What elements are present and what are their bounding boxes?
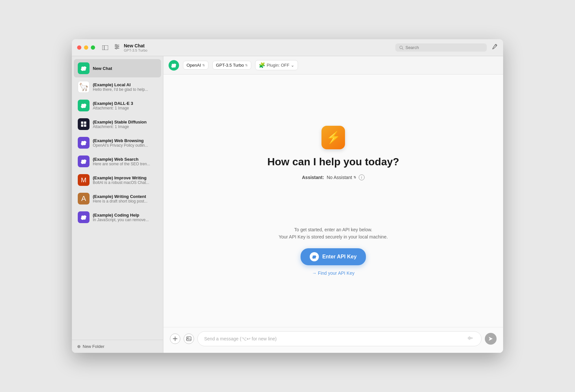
- sidebar-item-web-browse[interactable]: (Example) Web Browsing OpenAI's Privacy …: [74, 134, 161, 152]
- maximize-button[interactable]: [91, 45, 95, 50]
- folder-plus-icon: ⊕: [77, 344, 81, 349]
- sidebar-icon-web-search: [78, 155, 90, 167]
- sidebar-item-writing-content[interactable]: A (Example) Writing Content Here is a dr…: [74, 189, 161, 208]
- sidebar-icon-openai: [78, 62, 90, 74]
- api-prompt-section: To get started, enter an API key below. …: [279, 206, 388, 276]
- sidebar-item-improve-writing[interactable]: M (Example) Improve Writing BoltAI is a …: [74, 171, 161, 189]
- assistant-chevron-icon: ⇅: [353, 175, 356, 179]
- sidebar-toggle-button[interactable]: [100, 44, 110, 51]
- sidebar-text-stable: (Example) Stable Diffusion Attachment: 1…: [93, 120, 147, 129]
- assistant-label: Assistant:: [302, 175, 324, 180]
- api-prompt-line1: To get started, enter an API key below.: [279, 226, 388, 233]
- enter-api-label: Enter API Key: [322, 254, 356, 260]
- sidebar-title-dalle3: (Example) DALL·E 3: [93, 101, 133, 106]
- plugin-selector[interactable]: 🧩 Plugin: OFF ⌄: [255, 60, 298, 70]
- model-selector[interactable]: GPT-3.5 Turbo ⇅: [212, 61, 251, 70]
- message-input[interactable]: [204, 336, 467, 341]
- search-input[interactable]: [405, 45, 483, 50]
- provider-selector[interactable]: OpenAI ⇅: [183, 61, 208, 70]
- svg-rect-13: [84, 124, 86, 127]
- sidebar-text-web-browse: (Example) Web Browsing OpenAI's Privacy …: [93, 138, 148, 148]
- sidebar-title-improve: (Example) Improve Writing: [93, 175, 149, 180]
- titlebar-chat-title: New Chat: [124, 43, 147, 48]
- sidebar-icon-stable: [78, 118, 90, 130]
- svg-rect-11: [84, 122, 86, 124]
- titlebar-chat-model: GPT-3.5 Turbo: [124, 48, 147, 52]
- sidebar-item-web-search[interactable]: (Example) Web Search Here are some of th…: [74, 152, 161, 171]
- find-api-link[interactable]: → Find your API Key: [312, 270, 354, 276]
- sidebar-icon-dalle3: [78, 100, 90, 111]
- add-button[interactable]: [170, 334, 180, 344]
- sidebar-text-writing: (Example) Writing Content Here is a draf…: [93, 194, 147, 204]
- main-layout: New Chat 🦙 (Example) Local AI Hello ther…: [72, 56, 503, 353]
- provider-chevron-icon: ⇅: [202, 63, 205, 67]
- svg-line-9: [402, 48, 403, 49]
- sidebar-title-local-ai: (Example) Local AI: [93, 82, 148, 87]
- assistant-row: Assistant: No Assistant ⇅ i: [302, 174, 365, 180]
- sidebar-text-coding: (Example) Coding Help In JavaScript, you…: [93, 213, 149, 222]
- assistant-value: No Assistant: [327, 175, 352, 180]
- sidebar-item-new-chat[interactable]: New Chat: [74, 59, 161, 77]
- svg-point-6: [117, 46, 118, 47]
- sidebar-preview-web-browse: OpenAI's Privacy Policy outlin...: [93, 143, 148, 148]
- app-window: New Chat GPT-3.5 Turbo: [72, 39, 503, 353]
- settings-icon[interactable]: [114, 44, 120, 51]
- sidebar-text-new-chat: New Chat: [93, 66, 112, 71]
- sidebar-text-improve: (Example) Improve Writing BoltAI is a ro…: [93, 175, 149, 185]
- new-folder-button[interactable]: ⊕ New Folder: [72, 340, 163, 353]
- svg-point-7: [116, 48, 117, 49]
- openai-toolbar-icon: [169, 60, 179, 71]
- assistant-info-icon[interactable]: i: [359, 174, 365, 180]
- message-input-container[interactable]: [197, 331, 482, 346]
- minimize-button[interactable]: [84, 45, 88, 50]
- sidebar-item-title: New Chat: [93, 66, 112, 71]
- sidebar-title-coding: (Example) Coding Help: [93, 213, 149, 218]
- lightning-icon: ⚡: [326, 131, 341, 144]
- chat-input-area: [163, 327, 503, 353]
- svg-rect-16: [187, 337, 191, 341]
- sidebar-list: New Chat 🦙 (Example) Local AI Hello ther…: [72, 56, 163, 340]
- sidebar-icon-improve: M: [78, 174, 90, 186]
- main-content: OpenAI ⇅ GPT-3.5 Turbo ⇅ 🧩 Plugin: OFF ⌄…: [163, 56, 503, 353]
- send-button[interactable]: [485, 333, 497, 345]
- enter-api-button[interactable]: Enter API Key: [301, 248, 366, 265]
- sidebar-title-web-browse: (Example) Web Browsing: [93, 138, 148, 143]
- sidebar-icon-coding: [78, 211, 90, 223]
- sidebar-text-web-search: (Example) Web Search Here are some of th…: [93, 157, 150, 166]
- search-bar[interactable]: [395, 43, 487, 52]
- titlebar: New Chat GPT-3.5 Turbo: [72, 39, 503, 56]
- svg-point-5: [115, 44, 117, 46]
- sidebar-title-stable: (Example) Stable Diffusion: [93, 120, 147, 124]
- model-chevron-icon: ⇅: [245, 63, 248, 67]
- sidebar-item-coding-help[interactable]: (Example) Coding Help In JavaScript, you…: [74, 208, 161, 226]
- new-folder-label: New Folder: [83, 344, 104, 349]
- welcome-title: How can I help you today?: [267, 156, 399, 168]
- assistant-selector[interactable]: No Assistant ⇅: [327, 175, 356, 180]
- new-chat-button[interactable]: [492, 44, 498, 51]
- image-button[interactable]: [184, 334, 194, 344]
- sidebar-text-dalle3: (Example) DALL·E 3 Attachment: 1 Image: [93, 101, 133, 110]
- provider-label: OpenAI: [187, 63, 201, 68]
- sidebar-item-local-ai[interactable]: 🦙 (Example) Local AI Hello there, I'd be…: [74, 78, 161, 96]
- api-prompt-line2: Your API Key is stored securely in your …: [279, 233, 388, 240]
- sidebar-preview-web-search: Here are some of the SEO tren...: [93, 162, 150, 166]
- traffic-lights: [77, 45, 95, 50]
- sidebar-item-stable-diff[interactable]: (Example) Stable Diffusion Attachment: 1…: [74, 115, 161, 133]
- api-prompt-text: To get started, enter an API key below. …: [279, 226, 388, 241]
- sidebar-preview-local-ai: Hello there, I'd be glad to help...: [93, 87, 148, 92]
- sidebar-title-writing: (Example) Writing Content: [93, 194, 147, 199]
- plugin-label: Plugin: OFF: [267, 63, 289, 68]
- sidebar-item-dalle3[interactable]: (Example) DALL·E 3 Attachment: 1 Image: [74, 96, 161, 115]
- welcome-icon: ⚡: [321, 126, 345, 149]
- chat-input-row: [170, 331, 497, 346]
- waveform-icon: [467, 335, 473, 342]
- sidebar-title-web-search: (Example) Web Search: [93, 157, 150, 162]
- sidebar-preview-writing: Here is a draft short blog post...: [93, 199, 147, 204]
- svg-rect-10: [81, 122, 83, 124]
- sidebar-icon-local: 🦙: [78, 81, 90, 93]
- svg-rect-12: [81, 124, 83, 127]
- close-button[interactable]: [77, 45, 81, 50]
- sidebar-icon-writing: A: [78, 193, 90, 204]
- sidebar: New Chat 🦙 (Example) Local AI Hello ther…: [72, 56, 163, 353]
- sidebar-text-local-ai: (Example) Local AI Hello there, I'd be g…: [93, 82, 148, 92]
